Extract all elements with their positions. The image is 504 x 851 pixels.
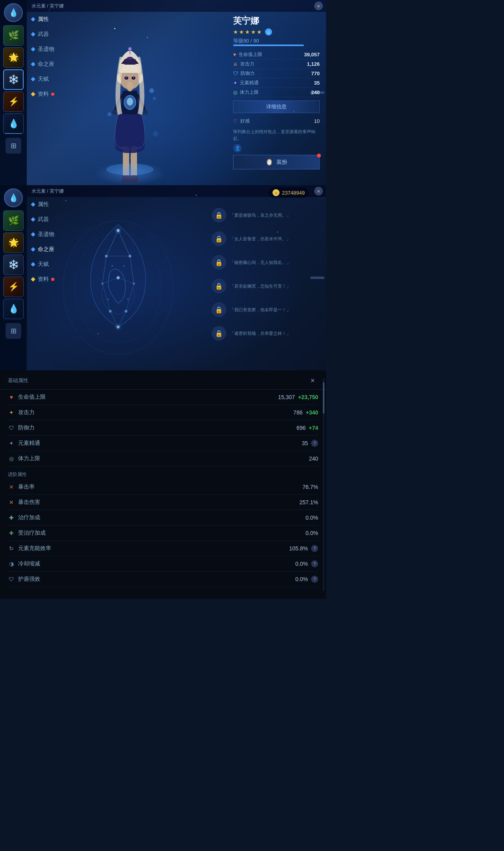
svg-rect-11 <box>124 59 136 65</box>
detail-cdr-icon: ◑ <box>8 560 15 567</box>
sidebar2-char-3[interactable]: ❄️ <box>3 255 24 275</box>
element-icon: 💧 <box>265 28 272 35</box>
atk-value: 1,126 <box>307 61 320 67</box>
nav2-talent[interactable]: 天赋 <box>27 257 74 272</box>
stat-em-row: ✦ 元素精通 35 <box>233 78 320 88</box>
nav-diamond-gold-icon <box>31 92 35 96</box>
character-bio: 审判舞台上的绝对焦点，直至谢幕的掌声响起。 <box>233 128 320 141</box>
constellation-item-5[interactable]: 🔒 「我已有觉察，他名即是一！」 <box>209 299 320 321</box>
costume-button[interactable]: 🪞 装扮 <box>233 155 320 169</box>
svg-point-48 <box>123 265 125 267</box>
stat-hp-row: ♥ 生命值上限 39,057 <box>233 50 320 59</box>
detail-cdr-row: ◑ 冷却缩减 0.0% ? <box>8 556 318 572</box>
const-text-6: 「诸君听我颂，共举爱之杯！」 <box>230 330 291 337</box>
sidebar-char-5[interactable]: 💧 <box>3 113 24 134</box>
nav-diamond-icon <box>31 47 35 51</box>
constellation-item-1[interactable]: 🔒 「爱是难驯鸟，哀之亦无用。」 <box>209 204 320 226</box>
stat-def-row: 🛡 防御力 770 <box>233 69 320 78</box>
shield-help-icon[interactable]: ? <box>311 576 318 583</box>
stats-panel: 芙宁娜 ★ ★ ★ ★ ★ 💧 等级90 / 90 ♥ 生命值上限 <box>233 15 320 169</box>
stars-row: ★ ★ ★ ★ ★ 💧 <box>233 28 320 35</box>
cdr-val: 0.0% <box>295 561 308 567</box>
constellation-item-2[interactable]: 🔒 「女人皆善变，仿若水中萍。」 <box>209 228 320 250</box>
sidebar2-char-2[interactable]: 🌟 <box>3 232 24 253</box>
detail-em-icon: ✦ <box>8 440 15 447</box>
nav-talent[interactable]: 天赋 <box>27 72 74 87</box>
nav2-artifact[interactable]: 圣遗物 <box>27 227 74 242</box>
const-text-1: 「爱是难驯鸟，哀之亦无用。」 <box>230 212 291 219</box>
svg-point-40 <box>117 276 120 279</box>
close-stats-button[interactable]: × <box>307 375 318 386</box>
sidebar-char-4[interactable]: ⚡ <box>3 91 24 112</box>
nav2-attrs[interactable]: 属性 <box>27 197 74 212</box>
sidebar-char-2[interactable]: 🌟 <box>3 47 24 68</box>
sidebar2-char-1[interactable]: 🌿 <box>3 210 24 231</box>
svg-point-12 <box>127 57 133 60</box>
nav-constellation[interactable]: 命之座 <box>27 57 74 72</box>
detail-shield-row: 🛡 护盾强效 0.0% ? <box>8 572 318 587</box>
nav2-weapon[interactable]: 武器 <box>27 212 74 227</box>
svg-point-44 <box>125 310 128 313</box>
stamina-value: 240 <box>311 89 320 95</box>
basic-stats-table: ♥ 生命值上限 15,307 +23,750 ✦ 攻击力 786 +340 🛡 <box>0 390 326 466</box>
er-help-icon[interactable]: ? <box>311 545 318 552</box>
favor-value: 10 <box>314 118 320 124</box>
nav-attrs[interactable]: 属性 <box>27 12 74 27</box>
detail-hp-row: ♥ 生命值上限 15,307 +23,750 <box>8 390 318 405</box>
grid-menu-button[interactable]: ⊞ <box>6 138 21 154</box>
stamina-icon: ◎ <box>233 89 237 95</box>
constellation-item-6[interactable]: 🔒 「诸君听我颂，共举爱之杯！」 <box>209 322 320 344</box>
constellation-item-4[interactable]: 🔒 「若非处幽冥，怎知生可贵！」 <box>209 275 320 297</box>
detail-er-icon: ↻ <box>8 545 15 552</box>
detail-stamina-icon: ◎ <box>8 455 15 462</box>
advanced-section-divider: 进阶属性 <box>0 466 326 479</box>
nav-artifact[interactable]: 圣遗物 <box>27 42 74 57</box>
nav2-profile[interactable]: 资料 <box>27 272 74 287</box>
svg-point-49 <box>107 299 109 300</box>
svg-point-14 <box>128 47 132 50</box>
element-icon-2[interactable]: 💧 <box>4 188 23 207</box>
const-text-5: 「我已有觉察，他名即是一！」 <box>230 307 291 313</box>
advanced-section-title: 进阶属性 <box>8 472 27 477</box>
stat-atk-row: ⚔ 攻击力 1,126 <box>233 59 320 69</box>
sidebar2-char-5[interactable]: 💧 <box>3 299 24 319</box>
character-stats-panel: 水元素 / 芙宁娜 × 💧 🌿 🌟 ❄️ ⚡ 💧 ⊞ <box>0 0 326 185</box>
sidebar2-char-4[interactable]: ⚡ <box>3 277 24 297</box>
close-button-2[interactable]: × <box>314 187 323 195</box>
star-5: ★ <box>257 29 262 35</box>
small-icon-row: 👤 <box>233 144 320 152</box>
detail-heal-icon: ✚ <box>8 514 15 521</box>
def-icon: 🛡 <box>233 71 238 76</box>
element-icon[interactable]: 💧 <box>4 3 23 22</box>
level-text: 等级90 / 90 <box>233 38 259 44</box>
atk-bonus-val: +340 <box>306 409 318 416</box>
critrate-val: 76.7% <box>302 484 318 490</box>
svg-point-22 <box>153 131 158 137</box>
profile-icon: 👤 <box>233 144 242 152</box>
em-help-icon[interactable]: ? <box>311 440 318 447</box>
sidebar-char-1[interactable]: 🌿 <box>3 25 24 46</box>
nav-weapon[interactable]: 武器 <box>27 27 74 42</box>
svg-point-17 <box>126 77 127 79</box>
svg-point-6 <box>127 98 133 106</box>
detail-critdmg-row: ✕ 暴击伤害 257.1% <box>8 495 318 510</box>
hp-icon: ♥ <box>233 52 236 58</box>
nav-diamond-icon <box>31 62 35 66</box>
nav-profile[interactable]: 资料 <box>27 87 74 102</box>
nav-diamond-icon <box>31 17 35 21</box>
scrollbar-thumb-2[interactable] <box>310 277 324 279</box>
sidebar-char-3[interactable]: ❄️ <box>3 69 24 90</box>
svg-point-47 <box>111 265 113 267</box>
detail-button[interactable]: 详细信息 <box>233 100 320 113</box>
scrollbar-thumb-3[interactable] <box>323 382 324 414</box>
svg-point-45 <box>117 325 120 329</box>
grid-menu-button-2[interactable]: ⊞ <box>6 323 21 339</box>
def-base-val: 696 <box>296 425 306 431</box>
constellation-item-3[interactable]: 🔒 「秘密藏心间，无人知我名。」 <box>209 251 320 273</box>
nav2-constellation[interactable]: 命之座 <box>27 242 74 257</box>
detail-def-row: 🛡 防御力 696 +74 <box>8 420 318 436</box>
detail-atk-icon: ✦ <box>8 409 15 416</box>
close-button[interactable]: × <box>314 2 323 10</box>
cdr-help-icon[interactable]: ? <box>311 560 318 567</box>
svg-point-43 <box>109 310 112 313</box>
